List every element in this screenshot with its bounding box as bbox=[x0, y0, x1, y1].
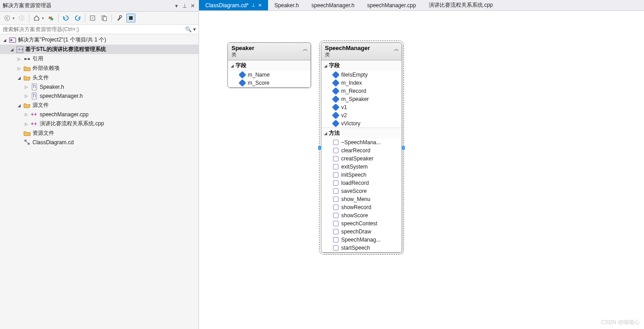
field-member[interactable]: m_Name bbox=[228, 71, 310, 79]
resources-folder-node[interactable]: 资源文件 bbox=[0, 128, 199, 138]
solution-node[interactable]: ◢ 解决方案"Project2"(1 个项目/共 1 个) bbox=[0, 35, 199, 45]
sources-folder-node[interactable]: ◢ 源文件 bbox=[0, 101, 199, 110]
method-member[interactable]: startSpeech bbox=[321, 244, 402, 252]
search-row: 🔍 ▾ bbox=[0, 25, 199, 34]
classdiagram-icon bbox=[23, 139, 31, 146]
forward-button[interactable] bbox=[17, 14, 26, 23]
preview-button[interactable] bbox=[126, 14, 135, 23]
member-label: v1 bbox=[341, 104, 347, 110]
field-member[interactable]: fileIsEmpty bbox=[321, 71, 402, 79]
method-member[interactable]: loadRecord bbox=[321, 179, 402, 187]
source-file-node[interactable]: ▷ ++ 演讲比赛流程关系系统.cpp bbox=[0, 119, 199, 128]
expander-icon[interactable]: ◢ bbox=[324, 64, 327, 68]
expander-icon[interactable]: ◢ bbox=[9, 47, 14, 52]
resize-handle-left[interactable] bbox=[318, 146, 321, 149]
references-node[interactable]: ▷ 引用 bbox=[0, 54, 199, 64]
tab-label: speechManager.cpp bbox=[367, 2, 416, 9]
tab-speechmanager-h[interactable]: speechManager.h bbox=[305, 0, 361, 10]
method-member[interactable]: creatSpeaker bbox=[321, 155, 402, 163]
method-member[interactable]: exitSystem bbox=[321, 163, 402, 171]
member-label: show_Menu bbox=[341, 196, 371, 202]
pin-icon[interactable]: ⊥ bbox=[181, 3, 188, 9]
tab-label: Speaker.h bbox=[274, 2, 299, 9]
source-file-node[interactable]: ▷ ++ speechManager.cpp bbox=[0, 110, 199, 119]
tab-speaker-h[interactable]: Speaker.h bbox=[268, 0, 305, 10]
refresh-button[interactable] bbox=[73, 14, 82, 23]
expander-icon[interactable]: ▷ bbox=[16, 56, 22, 62]
expander-placeholder bbox=[16, 140, 22, 145]
method-member[interactable]: saveScore bbox=[321, 187, 402, 195]
cpp-file-icon: ++ bbox=[31, 111, 38, 118]
svg-rect-14 bbox=[24, 58, 26, 60]
method-member[interactable]: showScore bbox=[321, 211, 402, 219]
method-member[interactable]: ~SpeechMana... bbox=[321, 138, 402, 146]
properties-button[interactable] bbox=[115, 14, 124, 23]
fields-section: ◢ 字段 fileIsEmptym_Indexm_Recordm_Speaker… bbox=[321, 60, 402, 128]
collapse-icon[interactable]: ︽ bbox=[303, 46, 308, 52]
method-member[interactable]: clearRecord bbox=[321, 146, 402, 155]
separator bbox=[85, 14, 85, 22]
home-button[interactable] bbox=[32, 14, 41, 23]
class-header[interactable]: SpeechManager 类 ︽ bbox=[321, 43, 402, 60]
expander-icon[interactable]: ◢ bbox=[2, 37, 7, 43]
classdiagram-file-node[interactable]: ClassDiagram.cd bbox=[0, 138, 199, 147]
expander-icon[interactable]: ◢ bbox=[16, 103, 22, 108]
member-label: speechContest bbox=[341, 220, 377, 227]
expander-icon[interactable]: ▷ bbox=[23, 93, 29, 99]
expander-icon[interactable]: ◢ bbox=[231, 64, 234, 68]
show-all-files-button[interactable] bbox=[100, 14, 109, 23]
tab-classdiagram[interactable]: ClassDiagram.cd* ⊥ ✕ bbox=[199, 0, 268, 10]
expander-icon[interactable]: ▷ bbox=[23, 121, 29, 127]
method-member[interactable]: initSpeech bbox=[321, 171, 402, 179]
method-member[interactable]: speechDraw bbox=[321, 228, 402, 236]
expander-icon[interactable]: ▷ bbox=[16, 66, 22, 71]
scope-button[interactable] bbox=[46, 14, 56, 23]
expander-icon[interactable]: ◢ bbox=[16, 75, 22, 81]
close-icon[interactable]: ✕ bbox=[190, 3, 196, 9]
header-file-node[interactable]: ▷ h speechManager.h bbox=[0, 91, 199, 101]
section-header[interactable]: ◢ 字段 bbox=[228, 60, 310, 71]
home-dropdown[interactable]: ▾ bbox=[42, 16, 44, 20]
external-deps-node[interactable]: ▷ 外部依赖项 bbox=[0, 64, 199, 73]
collapse-all-button[interactable] bbox=[88, 14, 97, 23]
search-icon[interactable]: 🔍 ▾ bbox=[185, 26, 196, 32]
expander-icon[interactable]: ▷ bbox=[23, 112, 29, 117]
resize-handle-right[interactable] bbox=[402, 146, 405, 149]
field-member[interactable]: vVictory bbox=[321, 119, 402, 128]
field-member[interactable]: m_Index bbox=[321, 79, 402, 87]
expander-icon[interactable]: ◢ bbox=[324, 131, 327, 136]
pin-icon[interactable]: ⊥ bbox=[251, 3, 255, 8]
tab-speechmanager-cpp[interactable]: speechManager.cpp bbox=[361, 0, 422, 10]
search-input[interactable] bbox=[3, 26, 185, 32]
field-member[interactable]: v2 bbox=[321, 111, 402, 119]
back-dropdown[interactable]: ▾ bbox=[13, 16, 14, 20]
class-diagram-canvas[interactable]: Speaker 类 ︽ ◢ 字段 m_Namem_Score SpeechMan… bbox=[199, 11, 644, 329]
headers-folder-node[interactable]: ◢ 头文件 bbox=[0, 73, 199, 82]
file-label: Speaker.h bbox=[40, 84, 64, 90]
close-icon[interactable]: ✕ bbox=[258, 3, 262, 8]
method-member[interactable]: speechContest bbox=[321, 219, 402, 228]
back-button[interactable] bbox=[3, 14, 12, 23]
field-member[interactable]: v1 bbox=[321, 103, 402, 111]
class-header[interactable]: Speaker 类 ︽ bbox=[228, 43, 310, 60]
header-file-node[interactable]: ▷ h Speaker.h bbox=[0, 82, 199, 91]
class-box-speaker[interactable]: Speaker 类 ︽ ◢ 字段 m_Namem_Score bbox=[227, 42, 311, 88]
class-box-speechmanager[interactable]: SpeechManager 类 ︽ ◢ 字段 fileIsEmptym_Inde… bbox=[321, 42, 402, 253]
dropdown-icon[interactable]: ▾ bbox=[173, 3, 180, 9]
project-node[interactable]: ◢ ++ 基于STL的演讲比赛流程管理系统 bbox=[0, 45, 199, 54]
field-member[interactable]: m_Score bbox=[228, 79, 310, 87]
expander-icon[interactable]: ▷ bbox=[23, 84, 29, 90]
svg-point-8 bbox=[120, 16, 122, 18]
section-header[interactable]: ◢ 方法 bbox=[321, 128, 402, 138]
collapse-icon[interactable]: ︽ bbox=[394, 46, 399, 52]
method-member[interactable]: SpeechManag... bbox=[321, 236, 402, 244]
section-label: 字段 bbox=[329, 62, 340, 69]
resources-label: 资源文件 bbox=[32, 129, 54, 137]
method-member[interactable]: showRecord bbox=[321, 203, 402, 211]
tab-contest-cpp[interactable]: 演讲比赛流程关系系统.cpp bbox=[422, 0, 500, 10]
sync-button[interactable] bbox=[61, 14, 70, 23]
section-header[interactable]: ◢ 字段 bbox=[321, 60, 402, 71]
method-member[interactable]: show_Menu bbox=[321, 195, 402, 203]
field-member[interactable]: m_Speaker bbox=[321, 95, 402, 103]
field-member[interactable]: m_Record bbox=[321, 87, 402, 95]
